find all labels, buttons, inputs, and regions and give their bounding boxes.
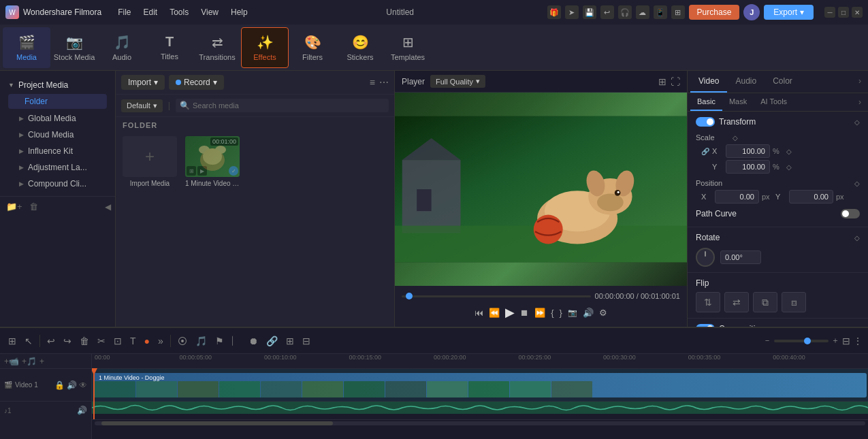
menu-edit[interactable]: Edit bbox=[138, 5, 163, 20]
search-input[interactable] bbox=[193, 101, 385, 110]
rotate-input[interactable] bbox=[720, 250, 761, 264]
close-button[interactable]: ✕ bbox=[852, 7, 863, 18]
sidebar-item-cloud-media[interactable]: ▶ Cloud Media bbox=[5, 127, 110, 143]
scale-x-reset[interactable]: ◇ bbox=[786, 148, 792, 155]
default-dropdown[interactable]: Default ▾ bbox=[121, 99, 163, 112]
flip-option4-button[interactable]: ⧈ bbox=[782, 292, 806, 312]
undo-icon[interactable]: ↩ bbox=[600, 5, 614, 19]
marker-button[interactable]: ⚑ bbox=[212, 334, 227, 348]
audio-mute-icon[interactable]: 🔊 bbox=[77, 406, 87, 415]
snapshot-button[interactable]: 📷 bbox=[568, 308, 577, 317]
save-icon[interactable]: 💾 bbox=[583, 5, 596, 19]
transform-keyframe-icon[interactable]: ◇ bbox=[854, 118, 860, 126]
tab-video[interactable]: Video bbox=[690, 71, 727, 93]
video-media-item[interactable]: 00:01:00 ⊞ ▶ ✓ 1 Minute Video - Dog... bbox=[185, 136, 240, 187]
sidebar-item-influence-kit[interactable]: ▶ Influence Kit bbox=[5, 143, 110, 159]
toolbar-titles[interactable]: T Titles bbox=[146, 27, 193, 68]
scroll-track[interactable] bbox=[95, 421, 865, 425]
timeline-grid-button[interactable]: ⊞ bbox=[5, 334, 19, 348]
stop-button[interactable]: ⏹ bbox=[520, 308, 529, 318]
toolbar-stock-media[interactable]: 📷 Stock Media bbox=[50, 27, 98, 68]
add-video-track-button[interactable]: +📹 bbox=[4, 357, 19, 366]
position-keyframe-icon[interactable]: ◇ bbox=[854, 180, 860, 187]
subtab-mask[interactable]: Mask bbox=[722, 93, 754, 111]
subtab-basic[interactable]: Basic bbox=[690, 93, 722, 111]
redo-button[interactable]: ↪ bbox=[61, 334, 74, 348]
toolbar-templates[interactable]: ⊞ Templates bbox=[384, 27, 432, 68]
export-button[interactable]: Export ▾ bbox=[764, 5, 814, 20]
compositing-toggle[interactable] bbox=[696, 324, 715, 327]
menu-help[interactable]: Help bbox=[225, 5, 253, 20]
record-button-tl[interactable]: ⏺ bbox=[246, 334, 261, 348]
tab-color[interactable]: Color bbox=[765, 71, 801, 93]
position-y-input[interactable] bbox=[789, 190, 833, 204]
add-audio-track-button[interactable]: +🎵 bbox=[22, 357, 37, 366]
step-forward-button[interactable]: ⏩ bbox=[534, 308, 545, 318]
toolbar-transitions[interactable]: ⇄ Transitions bbox=[193, 27, 241, 68]
flip-horizontal-button[interactable]: ⇄ bbox=[724, 292, 749, 312]
skip-start-button[interactable]: ⏮ bbox=[475, 308, 483, 318]
import-media-item[interactable]: + Import Media bbox=[123, 136, 177, 187]
position-x-input[interactable] bbox=[715, 190, 759, 204]
toolbar-media[interactable]: 🎬 Media bbox=[3, 27, 50, 68]
sidebar-item-compound[interactable]: ▶ Compound Cli... bbox=[5, 176, 110, 192]
playhead[interactable] bbox=[93, 369, 95, 419]
more-options-icon[interactable]: ⋯ bbox=[379, 77, 389, 88]
fullscreen-icon[interactable]: ⛶ bbox=[671, 76, 680, 87]
mobile-icon[interactable]: 📱 bbox=[654, 5, 667, 19]
timeline-select-button[interactable]: ↖ bbox=[22, 334, 35, 348]
scale-x-input[interactable] bbox=[726, 144, 770, 158]
sidebar-item-project-media[interactable]: ▼ Project Media bbox=[5, 78, 110, 93]
cloud-icon[interactable]: ☁ bbox=[636, 5, 649, 19]
track-mute-icon[interactable]: 🔊 bbox=[67, 380, 77, 390]
maximize-button[interactable]: □ bbox=[838, 7, 849, 18]
mark-button[interactable]: ● bbox=[142, 334, 152, 348]
toolbar-stickers[interactable]: 😊 Stickers bbox=[336, 27, 384, 68]
flip-vertical-button[interactable]: ⇅ bbox=[696, 292, 720, 312]
crop-button[interactable]: ⊡ bbox=[111, 334, 125, 348]
headphone-icon[interactable]: 🎧 bbox=[618, 5, 632, 19]
snap-button[interactable]: ⦿ bbox=[175, 334, 190, 348]
record-button[interactable]: Record ▾ bbox=[169, 75, 224, 90]
sidebar-item-adjustment[interactable]: ▶ Adjustment La... bbox=[5, 159, 110, 176]
delete-button[interactable]: 🗑 bbox=[77, 334, 92, 348]
scale-y-input[interactable] bbox=[726, 160, 770, 174]
delete-folder-icon[interactable]: 🗑 bbox=[27, 199, 40, 214]
tab-audio[interactable]: Audio bbox=[727, 71, 765, 93]
minimize-button[interactable]: ─ bbox=[824, 7, 835, 18]
audio-button-tl[interactable]: 🎵 bbox=[193, 334, 210, 348]
flip-option3-button[interactable]: ⧉ bbox=[753, 292, 777, 312]
sidebar-item-folder[interactable]: Folder bbox=[8, 94, 107, 109]
view-options-button[interactable]: ⊟ bbox=[842, 336, 850, 346]
props-tab-arrow[interactable]: › bbox=[854, 71, 865, 93]
track-visibility-icon[interactable]: 👁 bbox=[79, 380, 87, 390]
split-button[interactable]: ⎸ bbox=[229, 333, 243, 348]
menu-view[interactable]: View bbox=[195, 5, 224, 20]
purchase-button[interactable]: Purchase bbox=[689, 5, 740, 20]
compositing-keyframe-icon[interactable]: ◇ bbox=[854, 325, 860, 327]
zoom-out-button[interactable]: － bbox=[763, 335, 771, 346]
rotate-knob[interactable] bbox=[696, 248, 715, 267]
collapse-sidebar-button[interactable]: ◀ bbox=[105, 202, 111, 212]
subtab-ai-tools[interactable]: AI Tools bbox=[754, 93, 794, 111]
cut-button[interactable]: ✂ bbox=[95, 334, 108, 348]
user-avatar[interactable]: J bbox=[743, 4, 760, 20]
audio-button[interactable]: 🔊 bbox=[583, 308, 594, 318]
zoom-in-button[interactable]: ＋ bbox=[831, 335, 839, 346]
props-subtab-arrow[interactable]: › bbox=[854, 93, 865, 111]
text-button[interactable]: T bbox=[127, 334, 139, 348]
progress-handle[interactable] bbox=[406, 293, 413, 299]
path-curve-toggle[interactable] bbox=[841, 209, 860, 218]
toolbar-audio[interactable]: 🎵 Audio bbox=[98, 27, 146, 68]
more-button[interactable]: » bbox=[155, 334, 166, 348]
add-track-button[interactable]: + bbox=[39, 357, 44, 366]
add-folder-icon[interactable]: 📁+ bbox=[4, 199, 25, 214]
play-button[interactable]: ▶ bbox=[505, 305, 515, 320]
mark-in-button[interactable]: { bbox=[551, 308, 553, 318]
toolbar-effects[interactable]: ✨ Effects bbox=[241, 27, 289, 68]
grid-icon[interactable]: ⊞ bbox=[671, 5, 685, 19]
group-button[interactable]: ⊞ bbox=[283, 334, 297, 348]
sidebar-item-global-media[interactable]: ▶ Global Media bbox=[5, 110, 110, 127]
progress-bar[interactable] bbox=[402, 295, 591, 297]
scale-keyframe-icon[interactable]: ◇ bbox=[733, 134, 738, 142]
